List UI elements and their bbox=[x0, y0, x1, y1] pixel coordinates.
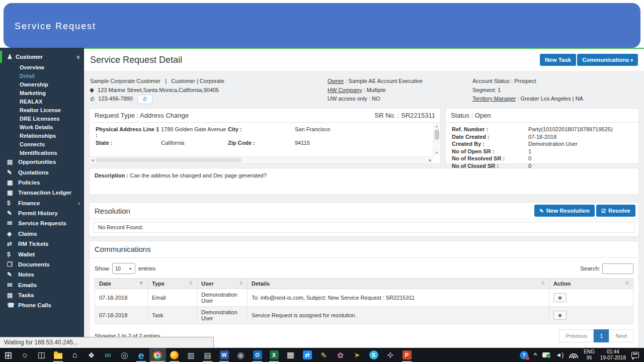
word-icon[interactable]: W bbox=[216, 348, 232, 362]
resolve-button[interactable]: ☑Resolve bbox=[596, 205, 635, 217]
call-button[interactable]: ✆ bbox=[137, 95, 152, 104]
column-header-details[interactable]: Details⇅ bbox=[248, 279, 549, 289]
outlook-icon[interactable]: O bbox=[249, 348, 266, 362]
view-button[interactable]: ◉ bbox=[553, 311, 567, 320]
page-size-select[interactable]: 10 ▼ bbox=[112, 263, 135, 274]
sidebar-item-opportunities[interactable]: ▤ Opportunities bbox=[0, 157, 84, 167]
new-resolution-button[interactable]: ✎New Resolution bbox=[534, 205, 595, 217]
scroll-left-icon[interactable]: ◀ bbox=[90, 157, 95, 163]
sidebar-item-finance[interactable]: $ Finance ‹ bbox=[0, 198, 84, 208]
sidebar-item-overview[interactable]: Overview bbox=[0, 63, 84, 71]
view-button[interactable]: ◉ bbox=[553, 293, 567, 302]
sidebar-items: ▤ Opportunities ✎ Quotations ▦ Policies … bbox=[0, 157, 84, 311]
sidebar-item-dre-licensees[interactable]: DRE Licensees bbox=[0, 114, 84, 123]
cell-user: Demonstration User bbox=[197, 289, 248, 307]
sidebar-item-documents[interactable]: ❐ Documents bbox=[0, 259, 84, 269]
column-header-action[interactable]: Action⇅ bbox=[549, 279, 633, 289]
phone-icon: ✆ bbox=[90, 96, 95, 102]
next-page-button[interactable]: Next bbox=[609, 329, 633, 342]
status-field-value: 1 bbox=[528, 148, 531, 154]
sidebar-item-work-details[interactable]: Work Details bbox=[0, 123, 84, 131]
sidebar-item-relationships[interactable]: Relationships bbox=[0, 131, 84, 140]
clock[interactable]: 01:44 19-07-2018 bbox=[600, 349, 626, 361]
status-field-label: No of Resolved SR : bbox=[452, 155, 528, 161]
microsoft-store-icon[interactable]: ⌂ bbox=[66, 348, 83, 362]
sidebar-item-policies[interactable]: ▦ Policies bbox=[0, 177, 84, 188]
sidebar-item-identifications[interactable]: Identifications bbox=[0, 148, 84, 157]
sidebar-item-tasks[interactable]: ▤ Tasks bbox=[0, 290, 84, 300]
column-header-type[interactable]: Type⇅ bbox=[148, 279, 197, 289]
wifi-icon[interactable] bbox=[569, 352, 578, 358]
sort-desc-icon: ▼ bbox=[139, 281, 143, 286]
column-header-user[interactable]: User⇅ bbox=[197, 279, 248, 289]
sidebar-item-detail[interactable]: Detail bbox=[0, 71, 84, 80]
sidebar-item-permit-history[interactable]: ✎ Permit History bbox=[0, 208, 84, 218]
entries-label: entries bbox=[138, 265, 156, 272]
vertical-scroll-thumb[interactable] bbox=[435, 130, 439, 140]
notepad-icon[interactable]: ▤ bbox=[199, 348, 216, 362]
excel-icon[interactable]: X bbox=[266, 348, 282, 362]
sidebar-item-customer[interactable]: ♟ Customer ∨ bbox=[0, 51, 84, 63]
search-input[interactable] bbox=[602, 263, 633, 274]
sidebar-item-wallet[interactable]: $ Wallet bbox=[0, 249, 84, 259]
text-editor-icon[interactable]: ✎ bbox=[315, 348, 332, 362]
postgresql-icon[interactable]: ◉ bbox=[232, 348, 249, 362]
scroll-up-icon[interactable]: ▲ bbox=[434, 123, 440, 129]
sidebar-item-claims[interactable]: ◆ Claims bbox=[0, 229, 84, 239]
sidebar-item-label: Claims bbox=[18, 231, 37, 237]
file-explorer-icon[interactable] bbox=[50, 348, 66, 362]
task-view-icon[interactable]: ◫ bbox=[33, 348, 50, 362]
sidebar-item-emails[interactable]: ✉ Emails bbox=[0, 280, 84, 290]
windows-start-icon[interactable]: ⊞ bbox=[0, 348, 17, 362]
communications-dropdown-button[interactable]: Communications▾ bbox=[577, 54, 638, 66]
city-value: San Francisco bbox=[295, 126, 434, 138]
pagination: Previous 1 Next bbox=[559, 329, 633, 342]
sidebar-item-quotations[interactable]: ✎ Quotations bbox=[0, 167, 84, 177]
help-icon[interactable]: ? bbox=[520, 351, 528, 359]
new-task-button[interactable]: New Task bbox=[540, 54, 576, 66]
previous-page-button[interactable]: Previous bbox=[559, 329, 594, 342]
horizontal-scrollbar[interactable]: ◀ ▶ bbox=[90, 156, 433, 163]
sidebar-item-transaction-ledger[interactable]: ▦ Transaction Ledger bbox=[0, 188, 84, 198]
sidebar-item-connects[interactable]: Connects bbox=[0, 140, 84, 148]
firefox-icon[interactable] bbox=[166, 348, 183, 362]
customer-phone: 123-456-7890 bbox=[98, 96, 133, 102]
volume-icon[interactable]: ◄) bbox=[555, 351, 564, 358]
page-1-button[interactable]: 1 bbox=[594, 329, 609, 342]
tray-expand-icon[interactable]: ^ bbox=[534, 352, 537, 358]
column-header-date[interactable]: Date▼ bbox=[95, 279, 148, 289]
battery-icon[interactable] bbox=[542, 352, 550, 357]
sidebar-item-notes[interactable]: ✎ Notes bbox=[0, 269, 84, 280]
sidebar-item-service-requests[interactable]: ✉ Service Requests bbox=[0, 218, 84, 228]
export-tool-icon[interactable]: ➤ bbox=[349, 348, 365, 362]
edge-icon[interactable]: e bbox=[133, 348, 149, 362]
sidebar-item-realtor-license[interactable]: Realtor License bbox=[0, 106, 84, 114]
sidebar-item-label: Realtor License bbox=[20, 107, 61, 113]
teamviewer-icon[interactable]: ⇄ bbox=[299, 348, 315, 362]
action-center-icon[interactable] bbox=[631, 352, 639, 358]
sidebar-item-phone-calls[interactable]: ☎ Phone Calls bbox=[0, 300, 84, 310]
sidebar-item-ownership[interactable]: Ownership bbox=[0, 80, 84, 88]
scroll-down-icon[interactable]: ▼ bbox=[434, 150, 440, 155]
game-app-icon[interactable]: ✜ bbox=[382, 348, 398, 362]
cortana-icon[interactable]: ○ bbox=[17, 348, 33, 362]
sidebar-item-marketing[interactable]: Marketing bbox=[0, 88, 84, 97]
calculator-icon[interactable]: ▦ bbox=[282, 348, 299, 362]
system-monitor-icon[interactable]: ▥ bbox=[183, 348, 199, 362]
scroll-right-icon[interactable]: ▶ bbox=[428, 157, 433, 163]
sidebar-item-rm-tickets[interactable]: ⇄ RM Tickets bbox=[0, 239, 84, 249]
dropbox-icon[interactable]: ❖ bbox=[83, 348, 100, 362]
phone-handset-icon: ✆ bbox=[142, 95, 147, 104]
language-indicator[interactable]: ENG IN bbox=[584, 349, 595, 361]
horizontal-scroll-thumb[interactable] bbox=[96, 158, 242, 162]
skype-icon[interactable]: S bbox=[365, 348, 382, 362]
show-label: Show bbox=[95, 265, 109, 272]
powerpoint-icon[interactable]: P bbox=[398, 348, 415, 362]
infinity-app-icon[interactable]: ∞ bbox=[100, 348, 116, 362]
chrome-icon[interactable] bbox=[149, 348, 166, 362]
resolution-title: Resolution bbox=[95, 207, 130, 215]
sidebar-item-realax[interactable]: REALAX bbox=[0, 97, 84, 106]
vertical-scrollbar[interactable]: ▲ ▼ bbox=[433, 123, 440, 155]
ring-app-icon[interactable]: ◎ bbox=[116, 348, 133, 362]
messenger-app-icon[interactable]: ✿ bbox=[332, 348, 349, 362]
